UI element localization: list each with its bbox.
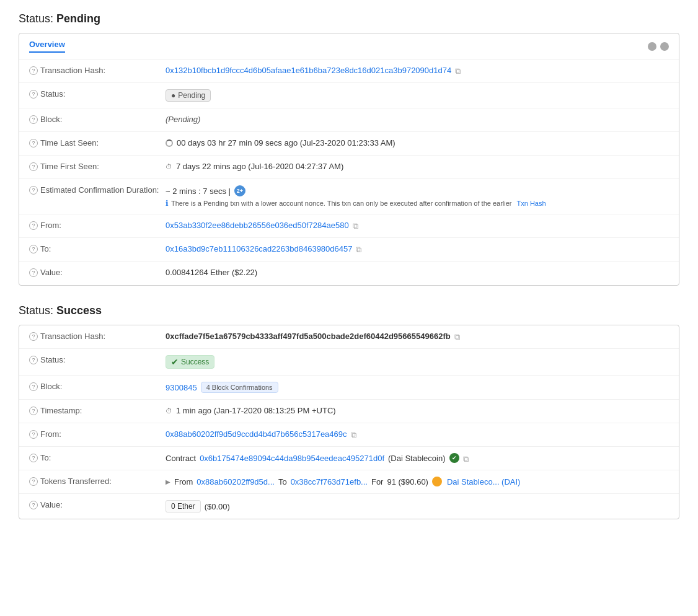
pending-value-text: 0.00841264 Ether ($2.22) <box>166 268 669 277</box>
success-card: ? Transaction Hash: 0xcffade7f5e1a67579c… <box>19 325 679 519</box>
success-block-row: ? Block: 9300845 4 Block Confirmations <box>19 376 679 400</box>
copy-icon[interactable]: ⧉ <box>356 245 364 253</box>
est-confirm-sub: ℹ There is a Pending txn with a lower ac… <box>166 199 546 208</box>
copy-icon[interactable]: ⧉ <box>353 221 361 229</box>
success-from-link[interactable]: 0x88ab60202ff9d5d9ccdd4b4d7b656c5317ea46… <box>166 429 347 439</box>
help-icon[interactable]: ? <box>29 66 38 75</box>
help-icon[interactable]: ? <box>29 139 38 147</box>
help-icon[interactable]: ? <box>29 221 38 230</box>
tokens-from-link[interactable]: 0x88ab60202ff9d5d... <box>197 477 275 486</box>
tokens-arrow: ▶ <box>166 478 170 485</box>
overview-tab[interactable]: Overview <box>29 40 65 53</box>
success-timestamp-label: ? Timestamp: <box>29 406 166 415</box>
pending-dot: ● <box>171 91 175 100</box>
pending-status-label: ? Status: <box>29 89 166 99</box>
pending-est-confirm-label: ? Estimated Confirmation Duration: <box>29 185 166 195</box>
value-ether: 0 Ether <box>171 502 195 511</box>
success-to-row: ? To: Contract 0x6b175474e89094c44da98b9… <box>19 447 679 470</box>
spinner-icon <box>166 139 173 147</box>
pending-status-value: ● Pending <box>166 89 669 102</box>
tokens-to-link[interactable]: 0x38cc7f763d71efb... <box>291 477 368 486</box>
est-confirm-main: ~ 2 mins : 7 secs | 2+ <box>166 185 546 196</box>
info-dot: ℹ <box>166 199 169 208</box>
pending-time-first-value: ⏱ 7 days 22 mins ago (Jul-16-2020 04:27:… <box>166 162 669 171</box>
contract-name: (Dai Stablecoin) <box>388 454 446 463</box>
copy-icon[interactable]: ⧉ <box>463 454 471 462</box>
success-block-label: ? Block: <box>29 382 166 391</box>
success-from-label: ? From: <box>29 429 166 439</box>
success-tx-hash-value: 0xcffade7f5e1a67579cb4333aff497fd5a500cb… <box>166 332 669 341</box>
tokens-to-prefix: To <box>278 477 287 486</box>
help-icon[interactable]: ? <box>29 382 38 391</box>
success-to-value: Contract 0x6b175474e89094c44da98b954eede… <box>166 453 669 463</box>
est-confirm-badge: 2+ <box>234 185 245 196</box>
tokens-amount: 91 ($90.60) <box>387 477 428 486</box>
token-name-link[interactable]: Dai Stableco... (DAI) <box>447 477 521 486</box>
success-block-value: 9300845 4 Block Confirmations <box>166 382 669 393</box>
success-check-icon: ✔ <box>171 357 179 367</box>
help-icon[interactable]: ? <box>29 268 38 277</box>
pending-tx-hash-row: ? Transaction Hash: 0x132b10fbcb1d9fccc4… <box>19 59 679 83</box>
pending-time-last-text: 00 days 03 hr 27 min 09 secs ago (Jul-23… <box>177 138 395 147</box>
est-confirm-time: ~ 2 mins : 7 secs | <box>166 187 231 196</box>
success-status-row: ? Status: ✔ Success <box>19 349 679 376</box>
help-icon[interactable]: ? <box>29 162 38 171</box>
pending-time-last-row: ? Time Last Seen: 00 days 03 hr 27 min 0… <box>19 132 679 156</box>
success-from-value: 0x88ab60202ff9d5d9ccdd4b4d7b656c5317ea46… <box>166 429 669 439</box>
help-icon[interactable]: ? <box>29 115 38 124</box>
pending-from-row: ? From: 0x53ab330f2ee86debb26556e036ed50… <box>19 214 679 238</box>
help-icon[interactable]: ? <box>29 454 38 462</box>
pending-value-amount: 0.00841264 Ether ($2.22) <box>166 268 257 277</box>
pending-block-value: (Pending) <box>166 115 669 124</box>
copy-icon[interactable]: ⧉ <box>351 430 359 438</box>
success-tokens-value: ▶ From 0x88ab60202ff9d5d... To 0x38cc7f7… <box>166 477 669 486</box>
help-icon[interactable]: ? <box>29 430 38 439</box>
pending-time-last-value: 00 days 03 hr 27 min 09 secs ago (Jul-23… <box>166 138 669 147</box>
pending-section-title: Status: Pending <box>19 12 679 25</box>
pending-to-row: ? To: 0x16a3bd9c7eb11106326cad2263bd8463… <box>19 238 679 262</box>
success-value-row: ? Value: 0 Ether ($0.00) <box>19 494 679 519</box>
pending-block-row: ? Block: (Pending) <box>19 108 679 132</box>
txn-hash-link[interactable]: Txn Hash <box>517 200 546 207</box>
pending-from-link[interactable]: 0x53ab330f2ee86debb26556e036ed50f7284ae5… <box>166 221 349 230</box>
pending-to-link[interactable]: 0x16a3bd9c7eb11106326cad2263bd8463980d64… <box>166 244 352 253</box>
circle-icon-2 <box>660 42 669 51</box>
help-icon[interactable]: ? <box>29 245 38 253</box>
pending-est-confirm-row: ? Estimated Confirmation Duration: ~ 2 m… <box>19 179 679 214</box>
help-icon[interactable]: ? <box>29 186 38 195</box>
help-icon[interactable]: ? <box>29 407 38 415</box>
success-from-row: ? From: 0x88ab60202ff9d5d9ccdd4b4d7b656c… <box>19 423 679 447</box>
help-icon[interactable]: ? <box>29 501 38 509</box>
circle-icon-1 <box>648 42 656 51</box>
success-value-value: 0 Ether ($0.00) <box>166 500 669 513</box>
success-block-num[interactable]: 9300845 <box>166 383 197 392</box>
pending-tx-hash-label: ? Transaction Hash: <box>29 66 166 75</box>
pending-tx-hash-value: 0x132b10fbcb1d9fccc4d6b05afaae1e61b6ba72… <box>166 66 669 75</box>
success-badge: ✔ Success <box>166 355 214 369</box>
success-to-contract-link[interactable]: 0x6b175474e89094c44da98b954eedeac495271d… <box>200 454 384 463</box>
pending-time-first-label: ? Time First Seen: <box>29 162 166 171</box>
pending-tx-hash-link[interactable]: 0x132b10fbcb1d9fccc4d6b05afaae1e61b6ba72… <box>166 66 451 75</box>
pending-value-label: ? Value: <box>29 268 166 277</box>
pending-time-first-text: 7 days 22 mins ago (Jul-16-2020 04:27:37… <box>176 162 343 171</box>
est-confirm-info: ~ 2 mins : 7 secs | 2+ ℹ There is a Pend… <box>166 185 546 208</box>
success-badge-label: Success <box>181 358 209 366</box>
dai-token-icon <box>432 477 442 486</box>
pending-badge-label: Pending <box>178 91 205 100</box>
copy-icon[interactable]: ⧉ <box>454 332 462 340</box>
pending-time-last-label: ? Time Last Seen: <box>29 138 166 147</box>
success-tokens-label: ? Tokens Transferred: <box>29 477 166 486</box>
value-box: 0 Ether <box>166 500 201 513</box>
contract-verified-icon: ✔ <box>449 453 459 463</box>
help-icon[interactable]: ? <box>29 356 38 364</box>
confirmations-badge: 4 Block Confirmations <box>201 382 278 393</box>
success-to-label: ? To: <box>29 453 166 462</box>
help-icon[interactable]: ? <box>29 332 38 341</box>
help-icon[interactable]: ? <box>29 477 38 486</box>
copy-icon[interactable]: ⧉ <box>455 66 463 74</box>
help-icon[interactable]: ? <box>29 90 38 99</box>
pending-status-row: ? Status: ● Pending <box>19 83 679 108</box>
success-status-value: ✔ Success <box>166 355 669 369</box>
success-timestamp-row: ? Timestamp: ⏱ 1 min ago (Jan-17-2020 08… <box>19 400 679 423</box>
tokens-from-prefix: From <box>174 477 193 486</box>
